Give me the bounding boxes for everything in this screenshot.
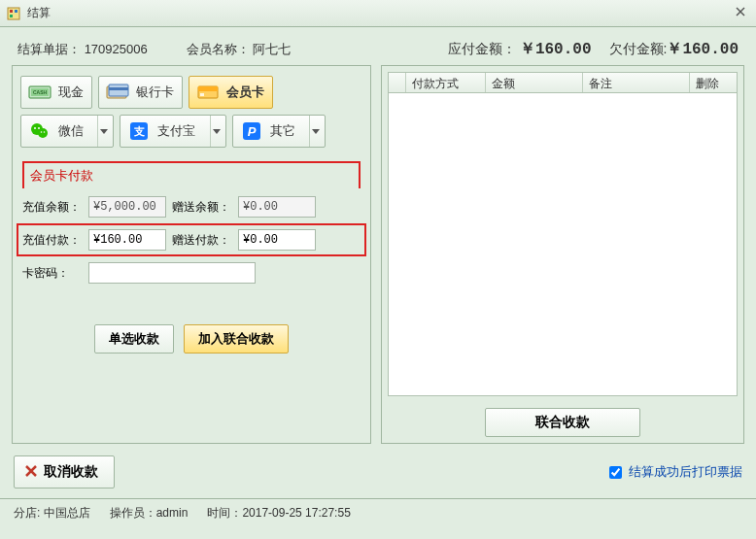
svg-marker-24 [213,129,221,134]
svg-rect-13 [198,86,218,91]
recharge-balance-field [88,196,166,218]
status-time: 2017-09-25 17:27:55 [242,506,350,520]
due-label: 应付金额： [448,41,516,56]
col-method: 付款方式 [406,73,486,92]
order-label: 结算单据： [17,42,81,56]
svg-text:支: 支 [133,125,145,137]
svg-rect-2 [15,10,17,13]
svg-point-19 [41,131,43,133]
col-amount: 金额 [486,73,583,92]
svg-marker-27 [312,129,320,134]
svg-rect-3 [10,15,13,17]
member-card-icon [195,83,221,102]
svg-rect-1 [10,10,13,13]
svg-point-17 [34,127,36,129]
col-selector [389,73,406,92]
gift-balance-label: 赠送余额： [172,199,232,216]
cancel-collect-button[interactable]: 取消收款 [14,455,115,488]
payment-methods: CASH 现金 银行卡 会员卡 微信 支 支付宝 P [13,66,370,153]
grid-body[interactable] [388,93,738,396]
svg-rect-14 [200,93,204,96]
right-panel: 付款方式 金额 备注 删除 联合收款 [381,65,744,444]
member-name: 阿七七 [253,42,291,56]
card-pwd-label: 卡密码： [22,265,83,282]
title-bar: 结算 [0,0,756,27]
gift-balance-field [238,196,316,218]
pay-other-button[interactable]: P 其它 [232,115,326,148]
pay-alipay-label: 支付宝 [157,122,195,140]
status-bar: 分店: 中国总店 操作员：admin 时间：2017-09-25 17:27:5… [0,498,756,527]
col-delete: 删除 [690,73,737,92]
wechat-dropdown-icon[interactable] [97,116,109,147]
print-checkbox-label: 结算成功后打印票据 [629,463,742,481]
svg-point-16 [38,128,48,138]
pay-cash-button[interactable]: CASH 现金 [20,76,92,109]
grid-header: 付款方式 金额 备注 删除 [388,72,738,93]
pay-wechat-button[interactable]: 微信 [20,115,114,148]
recharge-pay-field[interactable] [88,229,166,251]
print-after-settle-checkbox[interactable]: 结算成功后打印票据 [605,463,742,482]
status-branch: 中国总店 [44,506,90,520]
wechat-icon [27,121,52,141]
pay-member-label: 会员卡 [226,84,264,101]
member-label: 会员名称： [187,42,250,56]
svg-text:P: P [248,124,257,139]
due-value: ￥160.00 [520,41,592,58]
cancel-icon [24,464,38,481]
print-checkbox-input[interactable] [609,466,622,479]
join-combine-button[interactable]: 加入联合收款 [184,324,289,354]
left-panel: CASH 现金 银行卡 会员卡 微信 支 支付宝 P [12,65,371,444]
pay-wechat-label: 微信 [58,122,84,140]
cash-icon: CASH [27,83,52,102]
svg-point-18 [38,127,40,129]
card-password-field[interactable] [88,262,256,284]
single-collect-button[interactable]: 单选收款 [94,324,174,354]
section-title: 会员卡付款 [30,165,93,188]
pay-member-button[interactable]: 会员卡 [189,76,273,109]
pay-bank-label: 银行卡 [136,84,174,101]
owed-label: 欠付金额: [609,41,668,56]
svg-marker-21 [100,129,108,134]
pay-cash-label: 现金 [58,84,84,101]
info-row: 结算单据： 170925006 会员名称： 阿七七 应付金额： ￥160.00 … [0,27,756,65]
svg-rect-11 [109,87,128,90]
svg-text:CASH: CASH [33,89,48,95]
svg-point-20 [44,131,46,133]
member-pay-section: 会员卡付款 [22,161,361,188]
alipay-dropdown-icon[interactable] [210,116,222,147]
col-remark: 备注 [583,73,690,92]
other-pay-icon: P [239,121,264,141]
combine-collect-button[interactable]: 联合收款 [485,408,640,437]
gift-pay-field[interactable] [238,229,316,251]
app-icon [6,6,21,21]
pay-other-label: 其它 [270,122,295,140]
alipay-icon: 支 [126,121,152,141]
gift-pay-label: 赠送付款： [172,232,232,249]
recharge-pay-label: 充值付款： [22,232,83,249]
status-operator: admin [156,506,189,520]
owed-value: ￥160.00 [667,41,739,58]
other-dropdown-icon[interactable] [309,116,321,147]
bank-card-icon [105,83,130,102]
order-no: 170925006 [85,42,148,56]
window-title: 结算 [27,5,51,21]
pay-bank-button[interactable]: 银行卡 [98,76,183,109]
svg-rect-0 [8,8,19,19]
pay-alipay-button[interactable]: 支 支付宝 [120,115,226,148]
recharge-balance-label: 充值余额： [22,199,83,216]
close-button[interactable] [727,2,754,21]
